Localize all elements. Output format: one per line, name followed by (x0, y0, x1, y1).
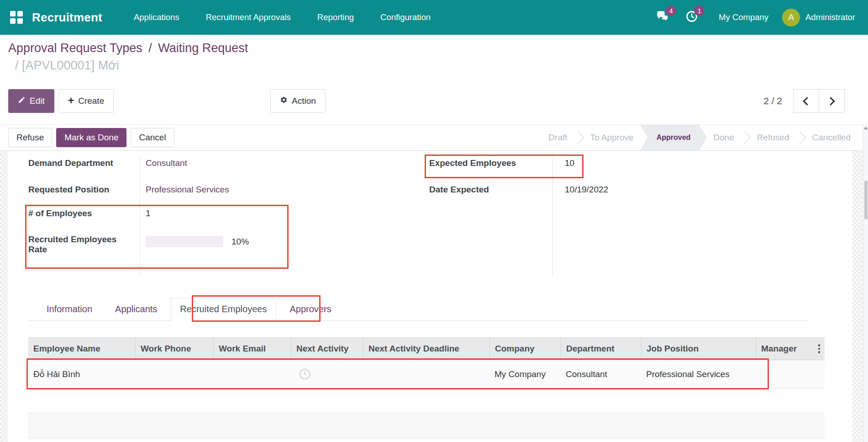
action-button-label: Action (292, 96, 316, 106)
progressbar-value: 10% (231, 237, 249, 247)
column-header-manager-label: Manager (761, 344, 797, 354)
cell-company[interactable]: My Company (489, 369, 561, 379)
field-label: Date Expected (429, 184, 552, 208)
notebook-tabs: Information Applicants Recruited Employe… (28, 298, 809, 321)
column-header-work-phone[interactable]: Work Phone (135, 338, 213, 360)
progressbar-track (146, 236, 223, 247)
column-header-employee-name[interactable]: Employee Name (28, 338, 135, 360)
column-header-next-activity[interactable]: Next Activity (291, 338, 363, 360)
cell-next-activity[interactable] (291, 368, 363, 380)
column-header-work-email[interactable]: Work Email (213, 338, 291, 360)
scrollbar-up-arrow-icon[interactable] (864, 127, 868, 129)
group-separator-line (139, 157, 140, 276)
vertical-scrollbar[interactable] (863, 124, 868, 442)
cancel-button[interactable]: Cancel (131, 128, 174, 147)
breadcrumb: Approval Request Types / Waiting Request (8, 39, 860, 57)
cell-job-position[interactable]: Professional Services (641, 369, 756, 379)
main-menu: Applications Recruitment Approvals Repor… (121, 0, 444, 35)
field-requested-position: Requested Position Professional Services (28, 184, 270, 208)
field-recruited-rate: Recruited Employees Rate 10% (28, 234, 270, 269)
field-value: Consultant (139, 157, 270, 184)
column-header-job-position[interactable]: Job Position (641, 338, 756, 360)
chevron-right-icon (826, 97, 835, 105)
table-row[interactable]: Đỗ Hải Bình My Company Consultant Profes… (28, 360, 825, 389)
field-demand-department: Demand Department Consultant (28, 157, 270, 184)
field-value: 10% (139, 234, 270, 269)
requested-position-link[interactable]: Professional Services (146, 185, 229, 194)
table-empty-row (28, 389, 825, 413)
status-step-to-approve[interactable]: To Approve (586, 133, 638, 143)
chevron-left-icon (803, 97, 811, 105)
recruited-employees-table: Employee Name Work Phone Work Email Next… (28, 337, 825, 438)
refuse-button[interactable]: Refuse (8, 128, 52, 147)
pager-next-button[interactable] (819, 89, 845, 113)
messages-badge: 4 (666, 5, 676, 16)
status-steps: Draft To Approve Approved Done Refused C… (544, 125, 855, 150)
field-label: # of Employees (28, 208, 139, 234)
tab-approvers[interactable]: Approvers (280, 298, 340, 320)
field-value: 10/19/2022 (552, 184, 667, 208)
field-group-left: Demand Department Consultant Requested P… (28, 157, 270, 269)
breadcrumb-current-link[interactable]: Waiting Request (158, 41, 248, 55)
field-label: Recruited Employees Rate (28, 234, 139, 269)
nav-item-configuration[interactable]: Configuration (367, 0, 444, 35)
status-step-approved[interactable]: Approved (640, 125, 707, 150)
tab-applicants[interactable]: Applicants (106, 298, 166, 320)
field-label: Demand Department (28, 157, 139, 184)
mark-as-done-button[interactable]: Mark as Done (56, 128, 126, 147)
status-step-done[interactable]: Done (709, 133, 738, 143)
field-label: Expected Employees (429, 157, 552, 184)
pager-previous-button[interactable] (793, 89, 819, 113)
column-header-next-activity-deadline[interactable]: Next Activity Deadline (363, 338, 489, 360)
tab-information[interactable]: Information (37, 298, 101, 320)
scrollbar-thumb[interactable] (864, 181, 868, 219)
field-num-employees: # of Employees 1 (28, 208, 270, 234)
status-step-refused[interactable]: Refused (752, 133, 794, 143)
messages-button[interactable]: 4 (656, 10, 670, 25)
create-button[interactable]: + Create (58, 89, 114, 113)
edit-button[interactable]: Edit (8, 89, 54, 113)
recruited-rate-progressbar: 10% (146, 234, 270, 247)
activities-button[interactable]: 1 (685, 10, 698, 25)
user-name: Administrator (805, 12, 855, 22)
avatar: A (782, 9, 800, 27)
status-step-cancelled[interactable]: Cancelled (808, 133, 856, 143)
field-expected-employees: Expected Employees 10 (429, 157, 667, 184)
app-name[interactable]: Recruitment (32, 11, 102, 25)
gear-icon (280, 96, 288, 106)
apps-menu-icon[interactable] (10, 11, 23, 24)
top-navbar: Recruitment Applications Recruitment App… (0, 0, 868, 35)
tab-recruited-employees[interactable]: Recruited Employees (171, 298, 276, 321)
cell-department[interactable]: Consultant (561, 369, 641, 379)
user-menu[interactable]: A Administrator (782, 9, 855, 27)
field-value: Professional Services (139, 184, 270, 208)
demand-department-link[interactable]: Consultant (146, 158, 187, 168)
status-step-draft[interactable]: Draft (544, 133, 572, 143)
column-header-manager[interactable]: Manager (756, 338, 825, 360)
company-switcher[interactable]: My Company (719, 12, 768, 22)
breadcrumb-parent-link[interactable]: Approval Request Types (8, 41, 142, 55)
pager: 2 / 2 (763, 89, 845, 113)
column-header-company[interactable]: Company (489, 338, 561, 360)
field-label: Requested Position (28, 184, 139, 208)
column-options-icon[interactable] (818, 344, 825, 353)
group-separator-line (552, 157, 553, 276)
nav-item-reporting[interactable]: Reporting (304, 0, 367, 35)
edit-button-label: Edit (30, 96, 45, 106)
create-button-label: Create (78, 96, 104, 106)
table-header: Employee Name Work Phone Work Email Next… (28, 337, 825, 360)
breadcrumb-record: / [APVL00001] Mới (8, 57, 860, 74)
field-value: 1 (139, 208, 270, 234)
field-value: 10 (552, 157, 667, 184)
cell-employee-name[interactable]: Đỗ Hải Bình (28, 369, 135, 379)
column-header-department[interactable]: Department (561, 338, 641, 360)
form-view-background: Demand Department Consultant Requested P… (0, 151, 868, 442)
chevron-separator-icon (571, 131, 584, 144)
nav-item-recruitment-approvals[interactable]: Recruitment Approvals (193, 0, 304, 35)
chevron-separator-icon (793, 131, 805, 144)
action-button[interactable]: Action (270, 89, 326, 113)
field-group-right: Expected Employees 10 Date Expected 10/1… (429, 157, 667, 269)
navbar-systray: 4 1 My Company A Administrator (648, 9, 858, 27)
toolbar: Edit + Create Action 2 / 2 (8, 89, 860, 113)
nav-item-applications[interactable]: Applications (121, 0, 193, 35)
